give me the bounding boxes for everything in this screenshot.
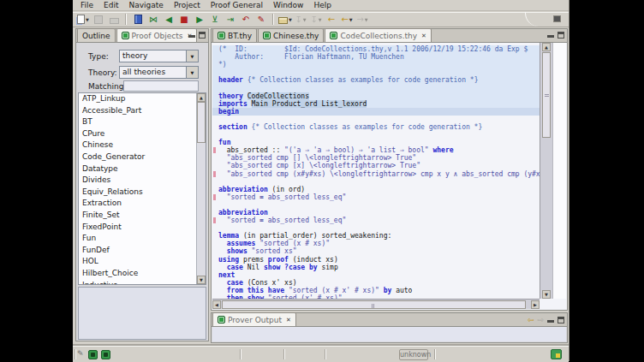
tab-codecollections-thy[interactable]: CodeCollections.thy✕ <box>325 28 432 42</box>
code-line[interactable] <box>212 84 540 92</box>
fast-view-icon[interactable]: ✎ <box>77 349 84 358</box>
next-step-button[interactable]: ▶ <box>193 13 206 27</box>
list-item[interactable]: FunDef <box>79 245 206 257</box>
matching-input[interactable] <box>123 80 199 92</box>
new-file-button[interactable]: ▼ <box>76 13 90 27</box>
retract-button[interactable]: ↶ <box>239 13 253 27</box>
prover-state-button[interactable]: unknown <box>399 349 428 360</box>
restart-scripting-button[interactable]: ✎ <box>254 13 268 27</box>
code-line[interactable]: using prems proof (induct xs) <box>212 256 540 264</box>
list-item[interactable]: Equiv_Relations <box>79 187 206 199</box>
code-line[interactable]: from this have "sorted (x # x' # xs)" by… <box>212 287 540 294</box>
chevron-down-icon[interactable]: ▼ <box>186 67 198 78</box>
scroll-right-icon[interactable]: ▶ <box>531 300 540 309</box>
annotation-nav-button[interactable]: ↧▼ <box>309 13 323 27</box>
prover-status-icon[interactable] <box>101 350 110 359</box>
open-definition-button[interactable] <box>131 13 145 27</box>
code-line[interactable] <box>212 201 540 209</box>
code-line[interactable] <box>212 116 540 123</box>
list-item[interactable]: BT <box>79 116 206 128</box>
list-item[interactable]: ATP_Linkup <box>79 93 206 105</box>
menu-file[interactable]: File <box>75 0 98 11</box>
close-icon[interactable]: ✕ <box>421 33 426 39</box>
maximize-icon[interactable] <box>558 32 564 39</box>
code-line[interactable]: case Nil show ?case by simp <box>212 264 540 271</box>
scrollbar-thumb[interactable] <box>197 102 206 143</box>
list-item[interactable]: Extraction <box>79 198 206 210</box>
code-line[interactable]: abbreviation (in ord) <box>212 186 540 193</box>
tab-prover-output[interactable]: Prover Output✕ <box>212 312 296 326</box>
list-item[interactable]: CPure <box>79 128 206 140</box>
maximize-icon[interactable] <box>558 317 564 323</box>
code-line[interactable] <box>212 131 540 139</box>
list-item[interactable]: HOL <box>79 256 206 268</box>
back-icon[interactable]: ⇦ <box>528 316 534 324</box>
menu-window[interactable]: Window <box>268 0 309 11</box>
scrollbar-thumb[interactable] <box>542 52 551 138</box>
forward-icon[interactable]: ⇨ <box>537 316 544 324</box>
code-line[interactable]: section {* Collection classes as example… <box>212 123 540 131</box>
code-line[interactable]: assumes "sorted (x # xs)" <box>212 240 540 247</box>
code-line[interactable]: (* ID: $Id: CodeCollections.thy,v 1.1 20… <box>212 45 540 53</box>
code-line[interactable] <box>212 68 540 76</box>
menu-project[interactable]: Project <box>169 0 206 11</box>
code-line[interactable] <box>212 224 540 232</box>
list-item[interactable]: Fun <box>79 233 206 245</box>
last-edit-location-button[interactable]: ↧▼ <box>294 13 307 27</box>
code-line[interactable]: case (Cons x' xs) <box>212 279 540 287</box>
list-item[interactable]: Inductive <box>79 280 206 286</box>
code-line[interactable]: fun <box>212 139 540 146</box>
chevron-down-icon[interactable]: ▼ <box>186 50 198 62</box>
maximize-icon[interactable] <box>199 32 206 39</box>
code-line[interactable]: abbreviation <box>212 209 540 217</box>
editor-vertical-scrollbar[interactable]: ▲ ▼ <box>540 43 552 299</box>
tab-outline[interactable]: Outline <box>77 28 116 42</box>
menu-help[interactable]: Help <box>308 0 337 11</box>
xsymbol-toggle-icon[interactable] <box>551 349 562 359</box>
list-item[interactable]: Finite_Set <box>79 210 206 222</box>
forward-button[interactable]: →▼ <box>355 13 369 27</box>
goto-end-button[interactable]: ⇥ <box>224 13 237 27</box>
theory-select[interactable]: all theories ▼ <box>119 66 199 79</box>
tab-chinese-thy[interactable]: Chinese.thy <box>258 28 324 42</box>
code-line[interactable]: "abs_sorted cmp [] \<longleftrightarrow>… <box>212 154 540 162</box>
scroll-left-icon[interactable]: ◀ <box>212 300 221 309</box>
annotation-ruler[interactable] <box>552 43 566 299</box>
scrollbar-thumb[interactable] <box>222 300 526 309</box>
scroll-down-icon[interactable]: ▼ <box>197 276 206 284</box>
list-scrollbar[interactable]: ▲ ▼ <box>196 93 206 284</box>
list-item[interactable]: Code_Generator <box>79 151 206 163</box>
save-button[interactable] <box>92 13 105 27</box>
scroll-up-icon[interactable]: ▲ <box>197 93 206 102</box>
back-button[interactable]: ← <box>325 13 338 27</box>
close-icon[interactable]: ✕ <box>286 317 291 323</box>
list-item[interactable]: Accessible_Part <box>79 105 206 117</box>
back-history-button[interactable]: ←▼ <box>340 13 354 27</box>
list-item[interactable]: FixedPoint <box>79 222 206 234</box>
editor-horizontal-scrollbar[interactable]: ◀ ▶ <box>212 299 540 309</box>
theory-listbox[interactable]: ATP_LinkupAccessible_PartBTCPureChineseC… <box>78 92 206 285</box>
interrupt-button[interactable]: ■ <box>177 13 191 27</box>
code-line[interactable]: Author: Florian Haftmann, TU Muenchen <box>212 53 540 61</box>
code-line[interactable]: next <box>212 271 540 279</box>
scripting-status-icon[interactable] <box>88 350 98 359</box>
scroll-down-icon[interactable]: ▼ <box>542 290 551 299</box>
menu-edit[interactable]: Edit <box>98 0 123 11</box>
code-line[interactable]: lemma (in partial_order) sorted_weakenin… <box>212 232 540 240</box>
perspective-switcher-icon[interactable] <box>554 16 560 21</box>
list-item[interactable]: Chinese <box>79 139 206 151</box>
code-line[interactable]: *) <box>212 61 540 68</box>
minimize-icon[interactable] <box>547 32 554 39</box>
menu-navigate[interactable]: Navigate <box>124 0 169 11</box>
tab-proof-objects[interactable]: Proof Objects✕ <box>116 28 198 42</box>
minimize-icon[interactable] <box>547 317 554 323</box>
code-line[interactable]: "sorted ≡ abs_sorted less_eq" <box>212 193 540 201</box>
print-button[interactable] <box>107 13 121 27</box>
code-line[interactable]: imports Main Product_ord List_lexord <box>212 100 540 108</box>
list-item[interactable]: Divides <box>79 175 206 187</box>
code-line[interactable]: header {* Collection classes as examples… <box>212 76 540 84</box>
goto-command-button[interactable]: ⊻ <box>208 13 222 27</box>
code-line[interactable]: "abs_sorted cmp [x] \<longleftrightarrow… <box>212 162 540 169</box>
list-item[interactable]: Hilbert_Choice <box>79 268 206 280</box>
scroll-up-icon[interactable]: ▲ <box>542 43 551 51</box>
